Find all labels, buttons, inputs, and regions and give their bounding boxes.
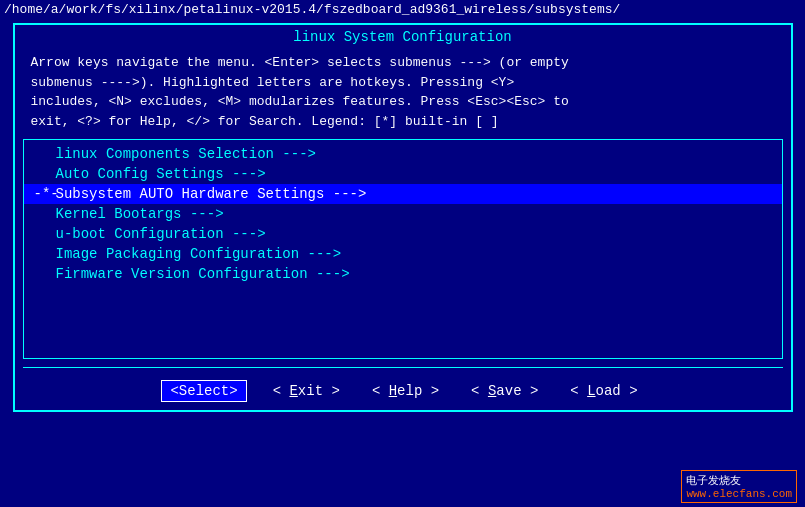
menu-item-empty <box>24 324 782 344</box>
menu-item-selected[interactable]: -*- Subsystem AUTO Hardware Settings ---… <box>24 184 782 204</box>
menu-item-label: Kernel Bootargs ---> <box>56 206 224 222</box>
top-bar: /home/a/work/fs/xilinx/petalinux-v2015.4… <box>0 0 805 19</box>
watermark: 电子发烧友 www.elecfans.com <box>681 470 797 503</box>
desc-line2: submenus ---->). Highlighted letters are… <box>31 73 775 93</box>
menu-item-label: Subsystem AUTO Hardware Settings ---> <box>56 186 367 202</box>
exit-button[interactable]: < Exit > <box>267 381 346 401</box>
desc-line4: exit, <?> for Help, </> for Search. Lege… <box>31 112 775 132</box>
menu-item[interactable]: Kernel Bootargs ---> <box>24 204 782 224</box>
menu-item-label: Firmware Version Configuration ---> <box>56 266 350 282</box>
menu-item-marker: -*- <box>34 186 59 202</box>
menu-item-label: linux Components Selection ---> <box>56 146 316 162</box>
dialog-title: linux System Configuration <box>15 25 791 49</box>
dialog-description: Arrow keys navigate the menu. <Enter> se… <box>15 49 791 139</box>
menu-item-empty <box>24 304 782 324</box>
watermark-site: www.elecfans.com <box>686 488 792 500</box>
desc-line1: Arrow keys navigate the menu. <Enter> se… <box>31 53 775 73</box>
menu-item-label: Auto Config Settings ---> <box>56 166 266 182</box>
save-button[interactable]: < Save > <box>465 381 544 401</box>
load-label: < Load > <box>570 383 637 399</box>
menu-area: linux Components Selection ---> Auto Con… <box>23 139 783 359</box>
dialog-box: linux System Configuration Arrow keys na… <box>13 23 793 412</box>
help-label: < Help > <box>372 383 439 399</box>
main-container: linux System Configuration Arrow keys na… <box>0 19 805 466</box>
menu-item-empty <box>24 284 782 304</box>
save-label: < Save > <box>471 383 538 399</box>
separator <box>23 367 783 368</box>
select-button[interactable]: <Select> <box>161 380 246 402</box>
menu-item[interactable]: Auto Config Settings ---> <box>24 164 782 184</box>
watermark-label: 电子发烧友 <box>686 473 792 488</box>
menu-item-label: Image Packaging Configuration ---> <box>56 246 342 262</box>
exit-label: < Exit > <box>273 383 340 399</box>
menu-item[interactable]: Firmware Version Configuration ---> <box>24 264 782 284</box>
menu-item-label: u-boot Configuration ---> <box>56 226 266 242</box>
menu-item[interactable]: u-boot Configuration ---> <box>24 224 782 244</box>
menu-item[interactable]: Image Packaging Configuration ---> <box>24 244 782 264</box>
button-bar: <Select> < Exit > < Help > < Save > < Lo… <box>15 372 791 410</box>
path-label: /home/a/work/fs/xilinx/petalinux-v2015.4… <box>4 2 620 17</box>
desc-line3: includes, <N> excludes, <M> modularizes … <box>31 92 775 112</box>
select-label: <Select> <box>170 383 237 399</box>
help-button[interactable]: < Help > <box>366 381 445 401</box>
menu-item[interactable]: linux Components Selection ---> <box>24 144 782 164</box>
load-button[interactable]: < Load > <box>564 381 643 401</box>
